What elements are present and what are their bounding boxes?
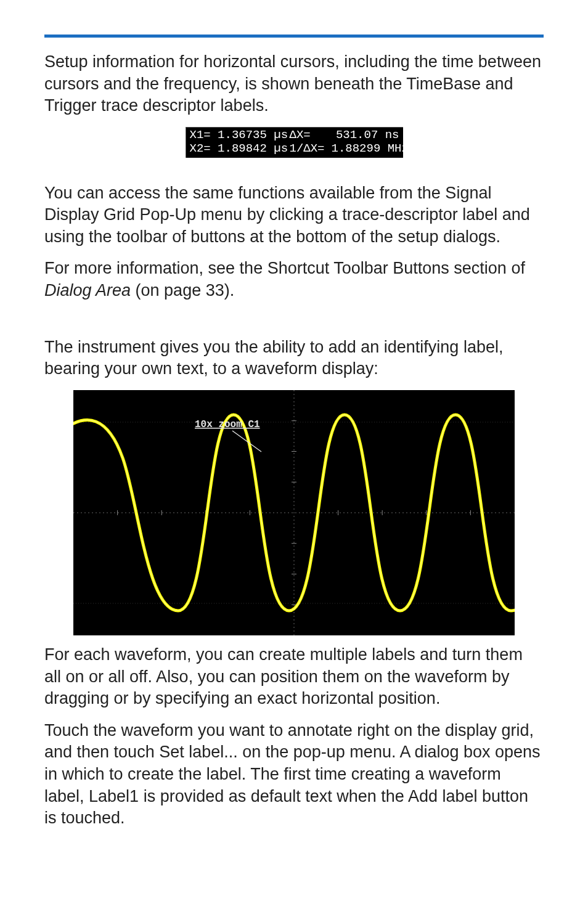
cursor-row-1: X1= 1.36735 µs ΔX= 531.07 ns: [190, 129, 399, 142]
cursor-x1-label: X1= 1.36735 µs: [190, 129, 281, 142]
cursor-dx-value: 531.07 ns: [332, 129, 399, 142]
waveform-grid: [73, 390, 515, 635]
paragraph-more-info: For more information, see the Shortcut T…: [44, 258, 544, 301]
paragraph-cursor-info: Setup information for horizontal cursors…: [44, 51, 544, 117]
top-rule: [44, 35, 544, 38]
cursor-readout-box: X1= 1.36735 µs ΔX= 531.07 ns X2= 1.89842…: [186, 127, 403, 158]
paragraph-labels-multiple: For each waveform, you can create multip…: [44, 644, 544, 710]
waveform-display: 10x zoom C1: [73, 390, 515, 635]
waveform-annotation-label[interactable]: 10x zoom C1: [195, 419, 260, 430]
cursor-dx-label: ΔX=: [290, 129, 323, 142]
cursor-x2-label: X2= 1.89842 µs: [190, 142, 281, 156]
more-info-suffix: (on page 33).: [131, 281, 234, 300]
more-info-link-italic: Dialog Area: [44, 281, 131, 300]
more-info-prefix: For more information, see the Shortcut T…: [44, 259, 525, 277]
paragraph-popup-functions: You can access the same functions availa…: [44, 182, 544, 248]
cursor-row-2: X2= 1.89842 µs 1/ΔX= 1.88299 MHz: [190, 142, 399, 156]
paragraph-label-intro: The instrument gives you the ability to …: [44, 336, 544, 380]
cursor-invdx-label: 1/ΔX=: [290, 142, 323, 156]
paragraph-set-label: Touch the waveform you want to annotate …: [44, 720, 544, 830]
cursor-invdx-value: 1.88299 MHz: [332, 142, 399, 156]
